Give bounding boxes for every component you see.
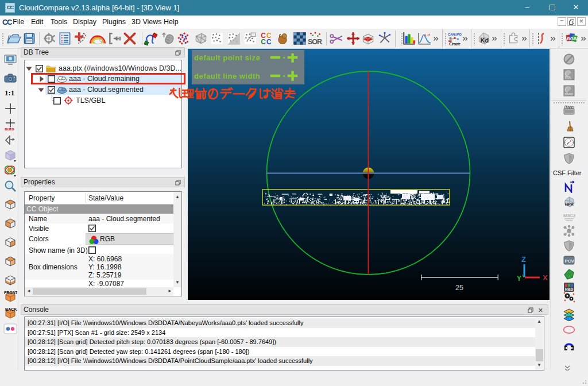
svg-text:PCV: PCV [565, 258, 575, 264]
svg-text:25: 25 [455, 284, 463, 292]
svg-text:C: C [266, 38, 272, 46]
svg-text:μ,σ: μ,σ [424, 32, 430, 37]
svg-text:CANUPO: CANUPO [448, 33, 462, 36]
svg-text:SOR: SOR [308, 38, 322, 46]
svg-text:EDL: EDL [565, 76, 572, 80]
svg-text:C: C [261, 38, 266, 46]
svg-text:SSAO: SSAO [564, 92, 573, 96]
svg-text:auto: auto [5, 126, 14, 132]
svg-text:Y: Y [517, 275, 521, 283]
svg-text:Create: Create [449, 41, 461, 46]
svg-text:HPR: HPR [565, 202, 574, 206]
svg-text:Z: Z [521, 255, 526, 264]
svg-text:M3C2: M3C2 [563, 213, 575, 218]
svg-text:FRONT: FRONT [4, 291, 17, 295]
svg-text:Kd: Kd [481, 37, 489, 44]
svg-text:BACK: BACK [5, 307, 17, 311]
svg-text:RGB: RGB [567, 36, 577, 41]
svg-text:1:1: 1:1 [5, 88, 14, 97]
svg-text:X: X [543, 273, 548, 282]
